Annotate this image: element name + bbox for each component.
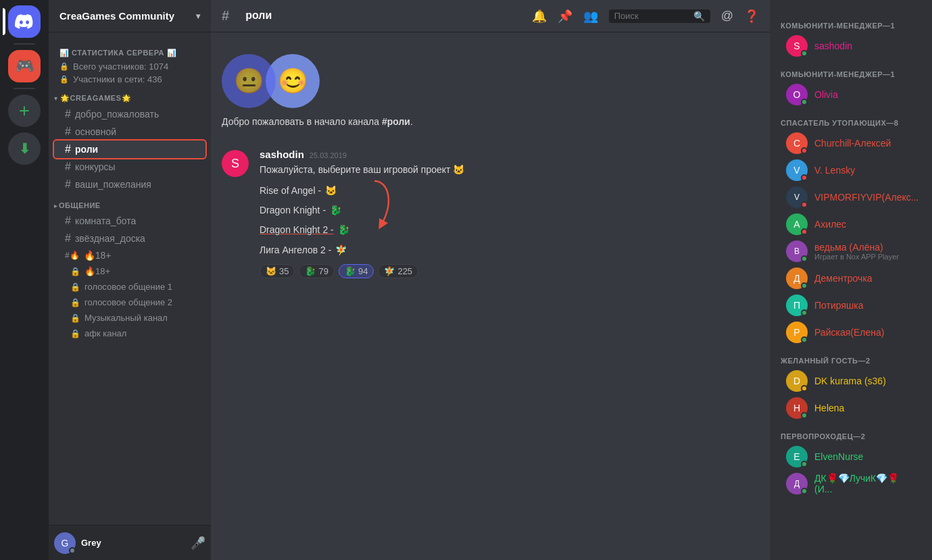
member-vedma[interactable]: В ведьма (Алёна) Играет в Nox APP Player — [775, 238, 927, 265]
role-header-savior: СПАСАТЕЛЬ УТОПАЮЩИХ—8 — [770, 108, 932, 130]
reaction-4[interactable]: 🧚 225 — [378, 264, 418, 278]
message-content: sashodin 25.03.2019 Пожалуйста, выберите… — [260, 149, 759, 278]
channel-voice-1[interactable]: 🔒 голосовое общение 1 — [54, 279, 205, 295]
member-elvennurse[interactable]: E ElvenNurse — [775, 443, 927, 470]
channel-nsfw-text[interactable]: #🔥 🔥18+ — [54, 247, 205, 263]
member-avatar: А — [786, 213, 808, 235]
lock-icon: 🔒 — [70, 282, 80, 292]
server-divider — [14, 43, 35, 45]
member-name: ElvenNurse — [814, 451, 863, 462]
server-name-header[interactable]: CreaGames Community ▾ — [49, 0, 211, 32]
member-olivia[interactable]: O Olivia — [775, 81, 927, 108]
help-icon[interactable]: ❓ — [744, 9, 759, 24]
channel-konkursy[interactable]: # конкурсы — [54, 158, 205, 176]
member-dementrochka[interactable]: Д Дементрочка — [775, 265, 927, 292]
channel-name-label: основной — [75, 126, 116, 137]
reaction-emoji: 🐉 — [345, 266, 355, 276]
at-icon[interactable]: @ — [721, 9, 733, 23]
reaction-1[interactable]: 🐱 35 — [260, 264, 295, 278]
creagames-server-icon[interactable]: 🎮 — [8, 50, 41, 82]
reaction-count: 35 — [279, 266, 289, 276]
general-section-toggle[interactable]: ▸ общение — [49, 193, 211, 212]
member-sashodin[interactable]: S sashodin — [775, 32, 927, 59]
chat-messages: 😐 😊 Добро пожаловать в начало канала #ро… — [211, 32, 770, 560]
channel-voice-2[interactable]: 🔒 голосовое общение 2 — [54, 295, 205, 310]
hash-nsfw-icon: #🔥 — [65, 251, 80, 260]
channel-music[interactable]: 🔒 Музыкальный канал — [54, 310, 205, 326]
role-header-cm2: КОМЬЮНИТИ-МЕНЕДЖЕР—1 — [770, 59, 932, 81]
search-input[interactable] — [614, 11, 689, 21]
status-dot — [801, 488, 808, 494]
member-dk-kurama[interactable]: D DK kurama (s36) — [775, 367, 927, 394]
reactions: 🐱 35 🐉 79 🐉 94 🧚 225 — [260, 264, 759, 278]
channel-name-label: ваши_пожелания — [75, 179, 151, 190]
section-arrow-icon: ▾ — [54, 95, 57, 102]
avatar-initial: G — [62, 538, 69, 549]
member-ahiles[interactable]: А Ахилес — [775, 211, 927, 238]
member-name: Churchill-Алексей — [814, 138, 891, 149]
status-dot — [801, 201, 808, 208]
channel-name-label: комната_бота — [75, 215, 136, 226]
channel-roli[interactable]: # роли — [54, 141, 205, 158]
lock-icon: 🔒 — [70, 329, 80, 338]
member-churchill[interactable]: C Churchill-Алексей — [775, 130, 927, 157]
member-vipmorfi[interactable]: V VIPMORFIYVIP(Алекс... — [775, 184, 927, 211]
members-icon[interactable]: 👥 — [583, 9, 598, 24]
channel-osnovnoy[interactable]: # основной — [54, 123, 205, 141]
member-avatar: D — [786, 370, 808, 392]
lock-icon: 🔒 — [59, 62, 69, 71]
mute-icon[interactable]: 🎤 — [191, 536, 205, 551]
status-dot — [801, 461, 808, 467]
member-avatar: Д — [786, 268, 808, 289]
channel-nsfw-voice[interactable]: 🔒 🔥18+ — [54, 263, 205, 279]
channel-star-board[interactable]: # звёздная_доска — [54, 230, 205, 247]
download-apps-icon[interactable]: ⬇ — [8, 132, 41, 165]
section-arrow-icon: ▸ — [54, 202, 57, 209]
member-avatar: В — [786, 240, 808, 262]
reaction-2[interactable]: 🐉 79 — [299, 264, 334, 278]
pin-icon[interactable]: 📌 — [558, 9, 572, 24]
reaction-emoji: 🐱 — [266, 266, 276, 276]
reaction-count: 225 — [397, 266, 412, 276]
member-avatar: П — [786, 295, 808, 316]
reaction-emoji: 🧚 — [384, 266, 395, 276]
reaction-emoji: 🐉 — [305, 266, 316, 276]
creagames-section-toggle[interactable]: ▾ 🌟CREAGAMES🌟 — [49, 86, 211, 105]
chat-header-icons: 🔔 📌 👥 🔍 @ ❓ — [532, 9, 759, 24]
search-box[interactable]: 🔍 — [609, 9, 710, 23]
member-name: Ахилес — [814, 219, 846, 230]
member-potiryashka[interactable]: П Потиряшка — [775, 292, 927, 319]
member-status: Играет в Nox APP Player — [814, 253, 899, 261]
channel-dobro[interactable]: # добро_пожаловать — [54, 105, 205, 123]
chevron-down-icon: ▾ — [196, 11, 200, 21]
role-header-pioneer: ПЕРВОПРОХОДЕЦ—2 — [770, 422, 932, 443]
channel-afk[interactable]: 🔒 афк канал — [54, 326, 205, 341]
status-dot — [801, 228, 808, 235]
welcome-text: Добро пожаловать в начало канала #роли. — [222, 116, 413, 127]
member-name: Helena — [814, 403, 844, 413]
channel-hash-icon: # — [222, 8, 229, 24]
channel-pozhelaniya[interactable]: # ваши_пожелания — [54, 176, 205, 193]
discord-home-icon[interactable] — [8, 5, 41, 38]
member-rayskaya[interactable]: Р Райская(Елена) — [775, 319, 927, 346]
bell-icon[interactable]: 🔔 — [532, 9, 547, 24]
lock-icon: 🔒 — [59, 75, 69, 84]
reaction-3[interactable]: 🐉 94 — [339, 264, 374, 278]
member-dk-luchik[interactable]: Д ДК🌹💎ЛучиК💎🌹(И... — [775, 470, 927, 497]
members-sidebar: КОМЬЮНИТИ-МЕНЕДЖЕР—1 S sashodin КОМЬЮНИТ… — [770, 0, 932, 560]
status-dot — [801, 99, 808, 105]
current-user-avatar: G — [54, 532, 76, 554]
channel-name-label: голосовое общение 1 — [84, 282, 172, 292]
status-dot — [801, 336, 808, 343]
channel-name-label: Музыкальный канал — [84, 313, 168, 323]
member-avatar: Д — [786, 473, 808, 494]
hash-icon: # — [65, 215, 71, 227]
message-author: sashodin — [260, 149, 304, 160]
member-helena[interactable]: H Helena — [775, 394, 927, 422]
add-server-icon[interactable]: + — [8, 95, 41, 127]
message-group: S sashodin 25.03.2019 Пожалуйста, выбери… — [222, 149, 759, 278]
channel-bot-room[interactable]: # комната_бота — [54, 212, 205, 230]
search-icon: 🔍 — [693, 11, 705, 22]
member-vlensky[interactable]: V V. Lensky — [775, 157, 927, 184]
member-avatar: Р — [786, 322, 808, 343]
